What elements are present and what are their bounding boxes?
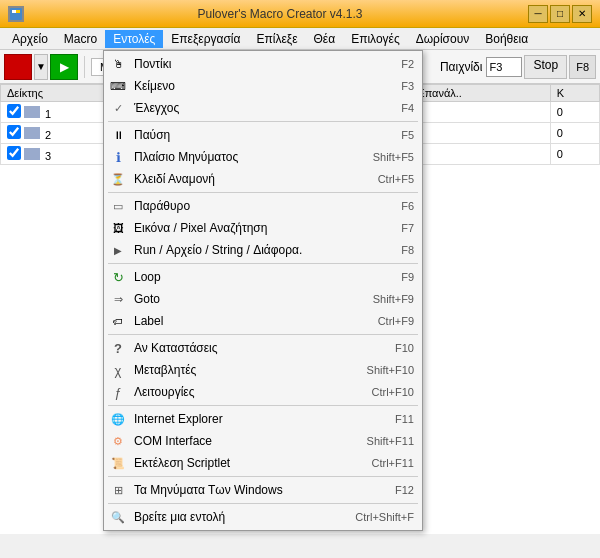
- row-checkbox[interactable]: [7, 104, 21, 118]
- play-game-input[interactable]: [486, 57, 522, 77]
- dropdown-item-window[interactable]: Παράθυρο F6: [104, 195, 422, 217]
- run-icon: [108, 242, 128, 258]
- ie-icon: [108, 411, 128, 427]
- dropdown-item-label: Loop: [134, 270, 401, 284]
- dropdown-item-label: Τα Μηνύματα Των Windows: [134, 483, 395, 497]
- dropdown-item-label: Εικόνα / Pixel Αναζήτηση: [134, 221, 401, 235]
- menu-file[interactable]: Αρχείο: [4, 30, 56, 48]
- play-game-control: Παιχνίδι: [440, 57, 523, 77]
- dropdown-item-shortcut: F6: [401, 200, 414, 212]
- commands-dropdown: Ποντίκι F2 Κείμενο F3 Έλεγχος F4 Παύση F…: [103, 50, 423, 531]
- hourglass-icon: [108, 171, 128, 187]
- col-k: Κ: [550, 85, 599, 102]
- row-checkbox[interactable]: [7, 125, 21, 139]
- dropdown-item-com[interactable]: COM Interface Shift+F11: [104, 430, 422, 452]
- dropdown-item-shortcut: Ctrl+F10: [372, 386, 415, 398]
- play-icon: ▶: [60, 60, 69, 74]
- dropdown-item-shortcut: Shift+F5: [373, 151, 414, 163]
- dropdown-item-shortcut: F5: [401, 129, 414, 141]
- dropdown-arrow[interactable]: ▼: [34, 54, 48, 80]
- dropdown-item-label: Κείμενο: [134, 79, 401, 93]
- dropdown-item-mouse[interactable]: Ποντίκι F2: [104, 53, 422, 75]
- record-icon: [12, 61, 24, 73]
- dropdown-item-shortcut: Shift+F11: [367, 435, 414, 447]
- dropdown-separator: [108, 334, 418, 335]
- dropdown-item-label: Internet Explorer: [134, 412, 395, 426]
- dropdown-item-ie[interactable]: Internet Explorer F11: [104, 408, 422, 430]
- info-icon: [108, 149, 128, 165]
- dropdown-item-label[interactable]: Label Ctrl+F9: [104, 310, 422, 332]
- svg-rect-2: [16, 10, 20, 13]
- dropdown-item-functions[interactable]: Λειτουργίες Ctrl+F10: [104, 381, 422, 403]
- dropdown-separator: [108, 192, 418, 193]
- dropdown-item-pause[interactable]: Παύση F5: [104, 124, 422, 146]
- pause-icon: [108, 127, 128, 143]
- win-icon: [108, 482, 128, 498]
- dropdown-item-shortcut: F2: [401, 58, 414, 70]
- dropdown-item-msgbox[interactable]: Πλαίσιο Μηνύματος Shift+F5: [104, 146, 422, 168]
- dropdown-item-loop[interactable]: Loop F9: [104, 266, 422, 288]
- dropdown-item-shortcut: F12: [395, 484, 414, 496]
- menu-options[interactable]: Επιλογές: [343, 30, 408, 48]
- dropdown-item-label: Κλειδί Αναμονή: [134, 172, 378, 186]
- dropdown-item-shortcut: Ctrl+Shift+F: [355, 511, 414, 523]
- dropdown-item-run[interactable]: Run / Αρχείο / String / Διάφορα. F8: [104, 239, 422, 261]
- dropdown-item-shortcut: Shift+F9: [373, 293, 414, 305]
- toolbar-separator-1: [84, 56, 85, 78]
- cell-repeat: 1: [411, 123, 550, 144]
- play-button[interactable]: ▶: [50, 54, 78, 80]
- dropdown-item-label: Παύση: [134, 128, 401, 142]
- record-button[interactable]: [4, 54, 32, 80]
- window-title: Pulover's Macro Creator v4.1.3: [32, 7, 528, 21]
- dropdown-separator: [108, 405, 418, 406]
- dropdown-item-shortcut: Ctrl+F5: [378, 173, 414, 185]
- dropdown-item-shortcut: F11: [395, 413, 414, 425]
- app-icon: [8, 6, 24, 22]
- dropdown-item-label: Goto: [134, 292, 373, 306]
- dropdown-item-winmsg[interactable]: Τα Μηνύματα Των Windows F12: [104, 479, 422, 501]
- play-game-label: Παιχνίδι: [440, 60, 483, 74]
- dropdown-item-variables[interactable]: Μεταβλητές Shift+F10: [104, 359, 422, 381]
- dropdown-item-find[interactable]: Βρείτε μια εντολή Ctrl+Shift+F: [104, 506, 422, 528]
- dropdown-item-label: Παράθυρο: [134, 199, 401, 213]
- dropdown-item-control[interactable]: Έλεγχος F4: [104, 97, 422, 119]
- menu-help[interactable]: Βοήθεια: [477, 30, 536, 48]
- maximize-button[interactable]: □: [550, 5, 570, 23]
- func-icon: [108, 384, 128, 400]
- dropdown-item-shortcut: F8: [401, 244, 414, 256]
- menu-edit[interactable]: Επεξεργασία: [163, 30, 248, 48]
- dropdown-item-text[interactable]: Κείμενο F3: [104, 75, 422, 97]
- dropdown-item-shortcut: F10: [395, 342, 414, 354]
- dropdown-item-label: Πλαίσιο Μηνύματος: [134, 150, 373, 164]
- mouse-icon: [108, 56, 128, 72]
- menu-bar: Αρχείο Macro Εντολές Επεξεργασία Επίλεξε…: [0, 28, 600, 50]
- dropdown-separator: [108, 476, 418, 477]
- dropdown-item-label: Μεταβλητές: [134, 363, 367, 377]
- menu-select[interactable]: Επίλεξε: [248, 30, 305, 48]
- cell-repeat: 1: [411, 102, 550, 123]
- dropdown-separator: [108, 263, 418, 264]
- dropdown-item-label: COM Interface: [134, 434, 367, 448]
- stop-button[interactable]: Stop: [524, 55, 567, 79]
- minimize-button[interactable]: ─: [528, 5, 548, 23]
- dropdown-item-label: Έλεγχος: [134, 101, 401, 115]
- close-button[interactable]: ✕: [572, 5, 592, 23]
- cell-k: 0: [550, 144, 599, 165]
- image-icon: [108, 220, 128, 236]
- menu-view[interactable]: Θέα: [306, 30, 344, 48]
- menu-macro[interactable]: Macro: [56, 30, 105, 48]
- row-type-icon: [24, 106, 40, 118]
- com-icon: [108, 433, 128, 449]
- dropdown-item-wait[interactable]: Κλειδί Αναμονή Ctrl+F5: [104, 168, 422, 190]
- menu-donate[interactable]: Δωρίσουν: [408, 30, 478, 48]
- dropdown-item-shortcut: Shift+F10: [367, 364, 414, 376]
- dropdown-item-scriptlet[interactable]: Εκτέλεση Scriptlet Ctrl+F11: [104, 452, 422, 474]
- dropdown-item-ifstate[interactable]: Αν Καταστάσεις F10: [104, 337, 422, 359]
- row-checkbox[interactable]: [7, 146, 21, 160]
- menu-commands[interactable]: Εντολές: [105, 30, 163, 48]
- dropdown-item-label: Run / Αρχείο / String / Διάφορα.: [134, 243, 401, 257]
- dropdown-item-label: Λειτουργίες: [134, 385, 372, 399]
- goto-icon: [108, 291, 128, 307]
- dropdown-item-image[interactable]: Εικόνα / Pixel Αναζήτηση F7: [104, 217, 422, 239]
- dropdown-item-goto[interactable]: Goto Shift+F9: [104, 288, 422, 310]
